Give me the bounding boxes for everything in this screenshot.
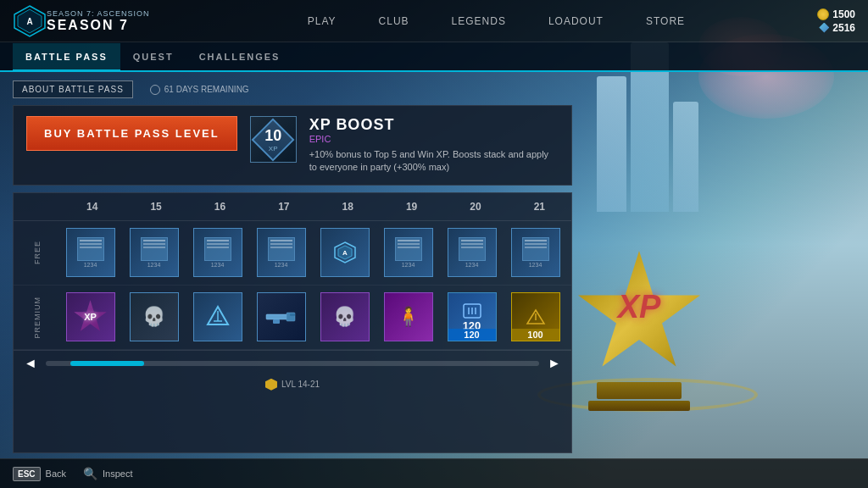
premium-item-18[interactable]: 💀 [317,290,372,345]
about-battle-pass-button[interactable]: ABOUT BATTLE PASS [13,80,133,98]
count-badge-100: 100 [512,329,559,341]
level-label-col [14,198,60,215]
nav-loadout[interactable]: LOADOUT [544,11,608,31]
season-info: SEASON 7: ASCENSION SEASON 7 [47,9,150,33]
free-item-20[interactable]: 1234 [444,225,499,280]
nav-play[interactable]: PLAY [303,11,341,31]
boost-level-display: 10 XP [264,127,281,152]
coin-amount: 1500 [832,8,855,20]
left-panel: BUY BATTLE PASS LEVEL 10 XP [13,105,572,453]
free-item-16[interactable]: 1234 [190,225,245,280]
boost-rarity: EPIC [309,134,559,144]
free-row: FREE 1234 [14,221,571,286]
inspect-label: Inspect [103,469,132,479]
skull-purple-icon: 💀 [333,306,356,328]
inspect-icon: 🔍 [83,467,97,480]
count-badge-120: 120 [448,329,496,341]
free-item-17[interactable]: 1234 [253,225,309,280]
sub-nav: BATTLE PASS QUEST CHALLENGES [0,42,868,72]
clock-icon [150,85,160,95]
gem-icon [819,23,829,33]
days-label: 61 DAYS REMAINING [164,85,249,94]
level-numbers: 14 15 16 17 18 19 20 21 [60,198,571,215]
nav-legends[interactable]: LEGENDS [448,11,510,31]
coins-display: 1500 [817,8,855,20]
premium-row-label: PREMIUM [14,297,60,339]
boost-description: +10% bonus to Top 5 and Win XP. Boosts s… [309,148,559,175]
free-item-15[interactable]: 1234 [126,225,181,280]
esc-key: ESC [13,467,41,481]
premium-item-17[interactable] [253,290,309,345]
back-button[interactable]: ESC Back [13,467,66,481]
free-item-19[interactable]: 1234 [381,225,436,280]
level-grid-container: 14 15 16 17 18 19 20 21 FREE [13,192,572,453]
info-bar: ABOUT BATTLE PASS 61 DAYS REMAINING [13,80,855,98]
premium-item-20[interactable]: 120 120 [444,290,499,345]
svg-rect-12 [290,313,295,316]
content-area: ABOUT BATTLE PASS 61 DAYS REMAINING BUY … [0,72,868,488]
level-18: 18 [316,198,380,215]
main-panel: BUY BATTLE PASS LEVEL 10 XP [13,105,855,453]
level-15: 15 [124,198,187,215]
skull-icon: 💀 [142,306,165,328]
premium-item-14[interactable]: XP [63,290,118,345]
level-19: 19 [380,198,443,215]
person-icon: 🧍 [397,306,420,328]
scroll-area: ◄ ► [14,350,571,376]
currency-area: 1500 2516 [817,8,855,34]
premium-item-16[interactable] [190,290,245,345]
gem-amount: 2516 [832,22,855,34]
item-100-display [526,308,546,325]
free-item-18[interactable]: A [317,225,372,280]
boost-title: XP BOOST [309,116,559,134]
main-nav: PLAY CLUB LEGENDS LOADOUT STORE [175,11,818,31]
apex-triangle-icon [205,304,231,330]
level-icon [265,379,277,391]
free-item-21[interactable]: 1234 [508,225,563,280]
free-row-label: FREE [14,241,60,264]
apex-logo: A [13,4,47,38]
season-subtitle: SEASON 7: ASCENSION [47,9,150,18]
level-range-label: LVL 14-21 [281,380,320,389]
free-row-items: 1234 1234 [60,225,571,280]
gun-icon [264,308,298,325]
level-21: 21 [508,198,571,215]
inspect-button[interactable]: 🔍 Inspect [83,467,132,480]
premium-label-text: PREMIUM [33,297,42,339]
svg-rect-11 [273,319,280,324]
back-label: Back [46,469,66,479]
level-indicator: LVL 14-21 [14,376,571,393]
scroll-thumb [70,361,144,366]
tab-battle-pass[interactable]: BATTLE PASS [13,43,120,71]
gems-display: 2516 [819,22,855,34]
premium-item-19[interactable]: 🧍 [381,290,436,345]
premium-item-15[interactable]: 💀 [126,290,181,345]
level-14: 14 [60,198,124,215]
free-item-14[interactable]: 1234 [63,225,118,280]
tab-quest[interactable]: QUEST [120,42,186,70]
buy-battle-pass-level-button[interactable]: BUY BATTLE PASS LEVEL [26,116,237,151]
season-title: SEASON 7 [47,18,150,33]
svg-text:A: A [342,249,348,257]
coin-icon [817,8,829,20]
scroll-left-arrow[interactable]: ◄ [22,356,39,371]
level-20: 20 [443,198,507,215]
nav-club[interactable]: CLUB [375,11,414,31]
top-bar: A SEASON 7: ASCENSION SEASON 7 PLAY CLUB… [0,0,868,42]
nav-store[interactable]: STORE [642,11,689,31]
level-grid-header: 14 15 16 17 18 19 20 21 [14,193,571,221]
premium-row: PREMIUM XP [14,286,571,350]
ui-container: A SEASON 7: ASCENSION SEASON 7 PLAY CLUB… [0,0,868,488]
bottom-bar: ESC Back 🔍 Inspect [0,458,868,488]
xp-boost-bar: BUY BATTLE PASS LEVEL 10 XP [13,105,572,186]
svg-text:A: A [26,17,32,26]
days-remaining: 61 DAYS REMAINING [150,85,249,95]
level-16: 16 [188,198,252,215]
free-label-text: FREE [33,241,42,264]
premium-row-items: XP 💀 [60,290,571,345]
premium-item-21[interactable]: 100 [508,290,563,345]
tab-challenges[interactable]: CHALLENGES [186,42,293,70]
scroll-right-arrow[interactable]: ► [546,356,563,371]
scroll-track[interactable] [46,361,539,366]
level-17: 17 [252,198,315,215]
